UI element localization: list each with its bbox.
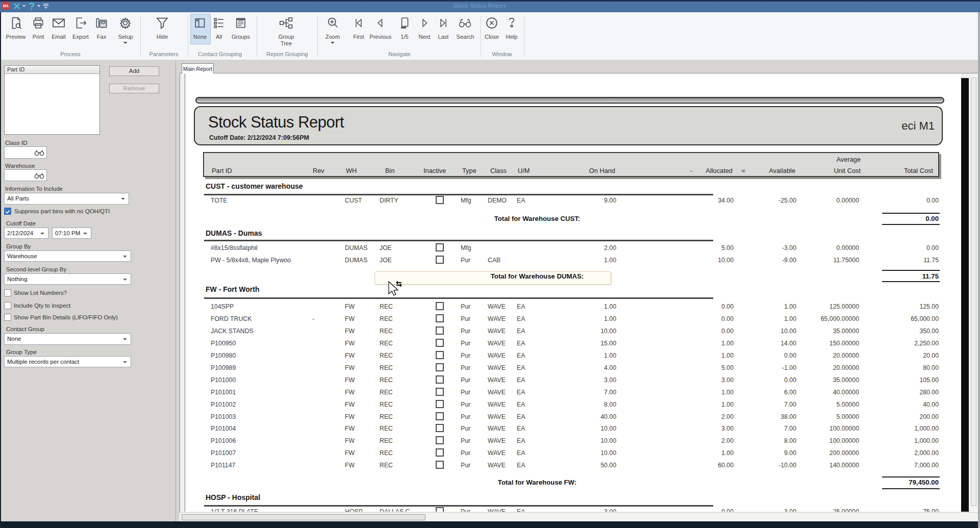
next-page-button[interactable]: Next xyxy=(418,15,431,40)
row-unit: 35.00000 xyxy=(785,376,859,384)
vertical-scrollbar-thumb[interactable] xyxy=(971,78,976,506)
row-um: EA xyxy=(517,328,537,335)
qat-caret-2-icon[interactable] xyxy=(37,5,40,7)
setup-button[interactable]: Setup xyxy=(118,15,133,44)
dropdown-caret-icon xyxy=(121,198,125,200)
row-unit: 0.00000 xyxy=(785,244,859,252)
row-cls: DEMO xyxy=(488,197,514,204)
row-bin: REC xyxy=(380,462,420,469)
add-button[interactable]: Add xyxy=(109,66,159,76)
group-type-select[interactable]: Multiple records per contact xyxy=(4,356,131,367)
information-to-include-label: Information To Include xyxy=(5,186,63,192)
warehouse-input[interactable] xyxy=(4,169,47,181)
row-wh: FW xyxy=(345,401,375,408)
show-lot-numbers-checkbox[interactable] xyxy=(4,289,11,296)
row-total: 105.00 xyxy=(865,376,939,384)
class-id-input[interactable] xyxy=(4,146,47,159)
row-um: EA xyxy=(517,315,537,322)
show-part-bin-details-checkbox[interactable] xyxy=(4,314,11,321)
contact-grouping-groups-button[interactable]: Groups xyxy=(232,15,250,40)
part-id-listbox[interactable]: Part ID xyxy=(4,65,100,135)
email-button[interactable]: Email xyxy=(52,15,66,40)
show-part-bin-details-label: Show Part Bin Details (LIFO/FIFO Only) xyxy=(14,314,118,320)
warehouse-lookup-icon[interactable] xyxy=(34,172,44,179)
fax-button[interactable]: Fax xyxy=(95,15,108,40)
row-bin: REC xyxy=(380,389,420,396)
last-page-button[interactable]: Last xyxy=(437,15,449,40)
remove-button[interactable]: Remove xyxy=(109,84,159,93)
help-button[interactable]: Help xyxy=(505,15,518,40)
hide-button[interactable]: Hide xyxy=(155,15,169,40)
row-part: P101006 xyxy=(211,437,343,444)
inactive-checkbox xyxy=(436,507,444,512)
zoom-button[interactable]: Zoom xyxy=(325,15,340,44)
search-button[interactable]: Search xyxy=(457,15,474,40)
row-part: P101002 xyxy=(211,401,343,408)
group-by-select[interactable]: Warehouse xyxy=(4,250,131,262)
row-unit: 140.00000 xyxy=(785,462,859,469)
horizontal-scrollbar-thumb[interactable] xyxy=(182,514,425,520)
row-bin: REC xyxy=(380,425,420,432)
cutoff-time-select[interactable]: 07:10 PM xyxy=(52,228,91,239)
horizontal-scrollbar[interactable] xyxy=(180,512,978,522)
row-wh: FW xyxy=(345,364,375,371)
previous-page-button[interactable]: Previous xyxy=(370,15,392,40)
total-rule xyxy=(882,213,940,214)
row-bin: REC xyxy=(380,376,420,384)
close-button[interactable]: Close xyxy=(485,15,499,40)
qat-icon-1[interactable] xyxy=(13,3,20,10)
row-unit: 100.00000 xyxy=(785,425,859,432)
report-page: Stock Status Report Cutoff Date: 2/12/20… xyxy=(185,73,961,512)
zoom-dropdown-caret-icon[interactable] xyxy=(331,42,335,44)
suppress-part-bins-checkbox[interactable] xyxy=(4,208,11,215)
search-binoculars-icon xyxy=(457,15,474,31)
window-title: Stock Status Report xyxy=(436,3,523,9)
warehouse-label: Warehouse xyxy=(5,163,35,169)
group-tree-button[interactable]: GroupTree xyxy=(279,15,294,47)
contact-group-select[interactable]: None xyxy=(4,333,131,345)
app-m1-icon[interactable]: M1 xyxy=(2,2,10,10)
preview-button[interactable]: Preview xyxy=(6,15,26,40)
cutoff-date-select[interactable]: 2/12/2024 xyxy=(4,228,48,239)
page-indicator[interactable]: 1/5 xyxy=(398,15,411,40)
information-to-include-select[interactable]: All Parts xyxy=(4,193,129,205)
qat-icon-2[interactable] xyxy=(29,2,35,10)
class-id-lookup-icon[interactable] xyxy=(34,149,44,156)
qat-caret-1-icon[interactable] xyxy=(22,5,26,7)
row-total: 40.00 xyxy=(865,401,939,408)
inactive-checkbox xyxy=(436,314,444,322)
next-icon xyxy=(418,15,431,31)
row-cls: WAVE xyxy=(488,413,514,420)
setup-gear-icon xyxy=(118,15,133,31)
part-id-column-header[interactable]: Part ID xyxy=(5,66,99,74)
row-bin: REC xyxy=(380,401,420,408)
second-level-group-by-value: Nothing xyxy=(7,276,28,282)
contact-grouping-none-button[interactable]: None xyxy=(193,15,207,40)
row-rev: - xyxy=(306,315,321,322)
first-page-button[interactable]: First xyxy=(353,15,365,40)
row-cls: WAVE xyxy=(488,340,514,347)
report-header-box: Stock Status Report Cutoff Date: 2/12/20… xyxy=(194,106,943,145)
row-cls: WAVE xyxy=(488,449,514,457)
qat-customize-icon[interactable] xyxy=(43,3,49,9)
suppress-part-bins-label: Suppress part bins with no QOH/QTI xyxy=(14,208,110,214)
print-button[interactable]: Print xyxy=(32,15,45,40)
export-button[interactable]: Export xyxy=(72,15,89,40)
setup-dropdown-caret-icon[interactable] xyxy=(123,42,128,44)
row-cls: WAVE xyxy=(488,303,514,310)
row-onhand: 2.00 xyxy=(542,244,616,252)
second-level-group-by-select[interactable]: Nothing xyxy=(4,273,131,285)
group-total-label: Total for Warehouse DUMAS: xyxy=(435,272,639,280)
contact-grouping-all-button[interactable]: All xyxy=(212,15,225,40)
row-bin: REC xyxy=(380,315,420,322)
inactive-checkbox xyxy=(436,412,444,420)
row-unit: 11.75000 xyxy=(785,257,859,264)
row-type: Pur xyxy=(461,437,484,444)
row-part: PW - 5/8x4x8, Maple Plywoo xyxy=(211,257,343,264)
tab-main-report[interactable]: Main Report xyxy=(182,63,214,73)
vertical-scrollbar[interactable] xyxy=(970,73,978,512)
col-class: Class xyxy=(490,167,507,174)
include-qty-to-inspect-checkbox[interactable] xyxy=(4,302,11,309)
last-icon xyxy=(437,15,449,31)
row-wh: CUST xyxy=(345,197,375,204)
